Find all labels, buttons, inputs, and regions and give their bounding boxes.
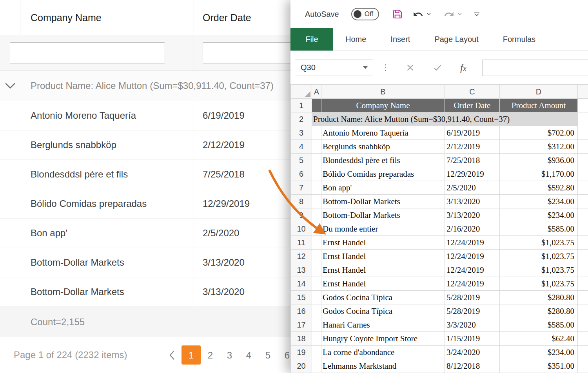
insert-function-icon[interactable]: fx xyxy=(460,62,466,74)
redo-button[interactable] xyxy=(444,9,462,20)
cell-c1-date-header[interactable]: Order Date xyxy=(445,99,500,112)
cell-a[interactable] xyxy=(312,154,321,167)
cell-company[interactable]: Bon app' xyxy=(321,181,445,195)
group-summary-cell[interactable]: Product Name: Alice Mutton (Sum=$30,911.… xyxy=(312,112,578,126)
cell-a[interactable] xyxy=(312,222,321,236)
column-header-c[interactable]: C xyxy=(445,85,500,99)
row-number[interactable]: 14 xyxy=(291,277,312,291)
cell-amount[interactable]: $936.00 xyxy=(500,154,578,167)
cell-amount[interactable]: $1,170.00 xyxy=(500,167,578,181)
cell-empty[interactable] xyxy=(578,346,588,359)
select-all-corner[interactable] xyxy=(291,85,312,99)
cell-amount[interactable]: $312.00 xyxy=(500,140,578,154)
cell-amount[interactable]: $234.00 xyxy=(500,195,578,208)
cell-empty[interactable] xyxy=(578,332,588,346)
row-number[interactable]: 20 xyxy=(291,359,312,373)
row-number[interactable]: 17 xyxy=(291,318,312,332)
row-number[interactable]: 1 xyxy=(291,99,312,112)
cell-amount[interactable]: $351.00 xyxy=(500,359,578,373)
cell-a[interactable] xyxy=(312,359,321,373)
cell-empty[interactable] xyxy=(578,208,588,222)
cell-a[interactable] xyxy=(312,277,321,291)
cell-a1[interactable] xyxy=(312,99,321,112)
cancel-entry-icon[interactable] xyxy=(407,64,414,71)
ribbon-tab[interactable]: Formulas xyxy=(491,28,548,51)
cell-company[interactable]: Blondesddsl père et fils xyxy=(321,154,445,167)
chevron-down-icon[interactable] xyxy=(5,82,16,89)
name-box[interactable]: Q30 xyxy=(295,60,373,76)
row-number[interactable]: 16 xyxy=(291,304,312,318)
company-filter-input[interactable] xyxy=(10,42,165,63)
cell-company[interactable]: Hungry Coyote Import Store xyxy=(321,332,445,346)
cell-company[interactable]: La corne d'abondance xyxy=(321,346,445,359)
cell-empty[interactable] xyxy=(578,195,588,208)
cell-amount[interactable]: $234.00 xyxy=(500,346,578,359)
ribbon-tab[interactable]: Home xyxy=(333,28,378,51)
cell-order-date[interactable]: 3/3/2020 xyxy=(445,318,500,332)
save-button[interactable] xyxy=(392,8,403,20)
cell-empty[interactable] xyxy=(578,318,588,332)
confirm-entry-icon[interactable] xyxy=(434,64,441,71)
formula-bar-input[interactable] xyxy=(482,60,588,76)
cell-order-date[interactable]: 3/24/2020 xyxy=(445,346,500,359)
grid-header-company[interactable]: Company Name xyxy=(20,0,194,35)
cell-company[interactable]: Ernst Handel xyxy=(321,250,445,263)
cell-a[interactable] xyxy=(312,304,321,318)
cell-a[interactable] xyxy=(312,318,321,332)
cell-a[interactable] xyxy=(312,236,321,250)
cell-order-date[interactable]: 3/13/2020 xyxy=(445,195,500,208)
pager-page-current[interactable]: 1 xyxy=(181,346,201,365)
cell-a[interactable] xyxy=(312,208,321,222)
row-number[interactable]: 9 xyxy=(291,208,312,222)
cell-amount[interactable]: $585.00 xyxy=(500,318,578,332)
row-number[interactable]: 10 xyxy=(291,222,312,236)
cell-a[interactable] xyxy=(312,250,321,263)
cell-company[interactable]: Hanari Carnes xyxy=(321,318,445,332)
cell-company[interactable]: Ernst Handel xyxy=(321,236,445,250)
cell-amount[interactable]: $1,023.75 xyxy=(500,236,578,250)
row-number[interactable]: 6 xyxy=(291,167,312,181)
cell-company[interactable]: Du monde entier xyxy=(321,222,445,236)
row-number[interactable]: 11 xyxy=(291,236,312,250)
row-number[interactable]: 15 xyxy=(291,291,312,304)
cell-company[interactable]: Bottom-Dollar Markets xyxy=(321,195,445,208)
cell-empty[interactable] xyxy=(578,263,588,277)
cell-a[interactable] xyxy=(312,167,321,181)
cell-order-date[interactable]: 6/19/2019 xyxy=(445,126,500,140)
row-number[interactable]: 12 xyxy=(291,250,312,263)
cell-amount[interactable]: $234.00 xyxy=(500,208,578,222)
cell-empty[interactable] xyxy=(578,167,588,181)
row-number[interactable]: 19 xyxy=(291,346,312,359)
cell-company[interactable]: Ernst Handel xyxy=(321,263,445,277)
cell-empty[interactable] xyxy=(578,99,588,112)
tab-file[interactable]: File xyxy=(290,28,333,51)
cell-a[interactable] xyxy=(312,126,321,140)
cell-empty[interactable] xyxy=(578,291,588,304)
cell-empty[interactable] xyxy=(578,304,588,318)
cell-order-date[interactable]: 12/29/2019 xyxy=(445,167,500,181)
pager-page-button[interactable]: 5 xyxy=(258,346,278,365)
cell-empty[interactable] xyxy=(578,222,588,236)
cell-a[interactable] xyxy=(312,332,321,346)
cell-amount[interactable]: $1,023.75 xyxy=(500,250,578,263)
cell-company[interactable]: Godos Cocina Típica xyxy=(321,304,445,318)
row-number[interactable]: 2 xyxy=(291,112,312,126)
cell-order-date[interactable]: 2/16/2020 xyxy=(445,222,500,236)
column-header-a[interactable]: A xyxy=(312,85,321,99)
cell-company[interactable]: Berglunds snabbköp xyxy=(321,140,445,154)
cell-order-date[interactable]: 5/28/2019 xyxy=(445,304,500,318)
cell-b1-company-header[interactable]: Company Name xyxy=(321,99,445,112)
cell-company[interactable]: Bólido Comidas preparadas xyxy=(321,167,445,181)
cell-order-date[interactable]: 12/24/2019 xyxy=(445,263,500,277)
pager-page-button[interactable]: 3 xyxy=(220,346,239,365)
cell-a[interactable] xyxy=(312,291,321,304)
cell-order-date[interactable]: 5/28/2019 xyxy=(445,291,500,304)
cell-company[interactable]: Godos Cocina Típica xyxy=(321,291,445,304)
cell-amount[interactable]: $1,023.75 xyxy=(500,277,578,291)
cell-amount[interactable]: $280.80 xyxy=(500,304,578,318)
cell-amount[interactable]: $1,023.75 xyxy=(500,263,578,277)
autosave-toggle[interactable]: Off xyxy=(351,8,379,20)
cell-company[interactable]: Ernst Handel xyxy=(321,277,445,291)
row-number[interactable]: 13 xyxy=(291,263,312,277)
cell-order-date[interactable]: 12/24/2019 xyxy=(445,277,500,291)
